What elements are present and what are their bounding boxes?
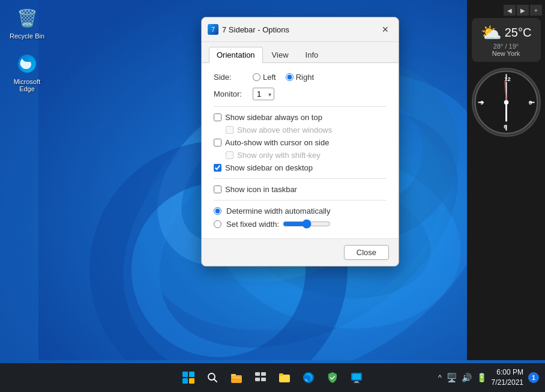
tab-info[interactable]: Info — [298, 47, 327, 62]
panel-arrows: ◀ ▶ + — [467, 5, 545, 16]
side-right-option[interactable]: Right — [286, 73, 314, 82]
tab-orientation[interactable]: Orientation — [209, 47, 263, 63]
taskbar-time-value: 6:00 PM — [492, 367, 523, 378]
security-button[interactable] — [322, 367, 343, 388]
show-above-row: Show above other windows — [226, 125, 387, 134]
fixed-width-radio[interactable] — [214, 220, 221, 228]
weather-top: ⛅ 25°C — [481, 23, 532, 43]
dialog-close-button[interactable]: ✕ — [378, 22, 393, 37]
divider-2 — [214, 178, 387, 179]
svg-line-21 — [214, 379, 217, 382]
show-icon-label: Show icon in taskbar — [225, 185, 297, 194]
side-radio-group: Left Right — [253, 73, 314, 82]
edge-label: Microsoft Edge — [6, 78, 48, 92]
taskbar: ^ 🖥️ 🔊 🔋 6:00 PM 7/21/2021 1 — [0, 363, 545, 392]
divider-3 — [214, 200, 387, 201]
battery-icon[interactable]: 🔋 — [477, 373, 487, 382]
taskbar-right: ^ 🖥️ 🔊 🔋 6:00 PM 7/21/2021 1 — [438, 367, 539, 388]
folder-button[interactable] — [274, 367, 295, 388]
svg-rect-24 — [232, 377, 241, 378]
weather-widget: ⛅ 25°C 28° / 19° New York — [472, 18, 541, 62]
auto-show-checkbox[interactable] — [214, 139, 221, 146]
edge-taskbar-icon — [302, 371, 315, 384]
always-on-top-row[interactable]: Show sidebar always on top — [214, 113, 387, 122]
side-right-radio[interactable] — [286, 73, 294, 81]
show-icon-checkbox[interactable] — [214, 185, 221, 193]
dialog-titlebar: 7 7 Sidebar - Options ✕ — [202, 17, 399, 42]
always-on-top-checkbox[interactable] — [214, 113, 221, 121]
auto-show-row[interactable]: Auto-show with cursor on side — [214, 138, 387, 147]
side-right-label: Right — [296, 73, 314, 82]
weather-icon: ⛅ — [481, 23, 502, 43]
edge-image — [15, 52, 39, 76]
fixed-width-option[interactable]: Set fixed width: — [214, 220, 279, 229]
file-explorer-button[interactable] — [226, 367, 247, 388]
auto-width-label: Determine width automatically — [226, 207, 330, 216]
clock-widget: 12 3 6 9 — [472, 68, 541, 137]
side-left-radio[interactable] — [253, 73, 260, 81]
network-icon[interactable]: 🖥️ — [447, 373, 457, 382]
auto-width-radio[interactable] — [214, 207, 221, 215]
side-left-label: Left — [263, 73, 276, 82]
svg-rect-25 — [255, 372, 260, 376]
show-above-label: Show above other windows — [237, 125, 332, 134]
options-dialog: 7 7 Sidebar - Options ✕ Orientation View… — [201, 17, 399, 267]
svg-point-19 — [504, 100, 508, 105]
dialog-body: Side: Left Right Monitor: — [202, 63, 399, 238]
start-button[interactable] — [178, 367, 199, 388]
task-view-icon — [254, 371, 267, 384]
always-on-top-label: Show sidebar always on top — [225, 113, 322, 122]
show-icon-row[interactable]: Show icon in taskbar — [214, 185, 387, 194]
show-desktop-checkbox[interactable] — [214, 164, 221, 172]
svg-rect-28 — [261, 378, 266, 381]
windows-logo — [182, 372, 194, 384]
svg-rect-23 — [231, 374, 236, 376]
desktop: 🗑️ Recycle Bin — [0, 0, 545, 392]
dialog-footer: Close — [202, 238, 399, 266]
side-row: Side: Left Right — [214, 73, 387, 82]
dialog-title-left: 7 7 Sidebar - Options — [208, 24, 289, 35]
width-section: Determine width automatically Set fixed … — [214, 207, 387, 229]
volume-icon[interactable]: 🔊 — [462, 373, 472, 382]
svg-rect-30 — [279, 373, 283, 376]
close-button[interactable]: Close — [344, 245, 389, 260]
svg-rect-34 — [355, 381, 358, 382]
svg-rect-27 — [255, 378, 260, 381]
shift-key-label: Show only with shift-key — [237, 151, 321, 160]
edge-taskbar-button[interactable] — [298, 367, 319, 388]
task-view-button[interactable] — [250, 367, 271, 388]
side-left-option[interactable]: Left — [253, 73, 276, 82]
arrow-left-btn[interactable]: ◀ — [504, 5, 516, 16]
notification-badge[interactable]: 1 — [528, 372, 539, 383]
fixed-width-label: Set fixed width: — [226, 220, 279, 229]
recycle-bin-icon[interactable]: 🗑️ Recycle Bin — [6, 6, 48, 40]
svg-rect-35 — [354, 382, 360, 383]
fixed-width-row: Set fixed width: — [214, 219, 387, 229]
recycle-bin-image: 🗑️ — [15, 6, 39, 30]
microsoft-edge-icon[interactable]: Microsoft Edge — [6, 52, 48, 92]
checkbox-section: Show sidebar always on top Show above ot… — [214, 113, 387, 172]
remote-desktop-icon — [350, 371, 363, 384]
svg-text:3: 3 — [528, 99, 531, 106]
folder-icon — [278, 371, 291, 384]
shift-key-row: Show only with shift-key — [226, 151, 387, 160]
auto-show-label: Auto-show with cursor on side — [225, 138, 329, 147]
arrow-right-btn[interactable]: ▶ — [517, 5, 529, 16]
remote-desktop-button[interactable] — [346, 367, 367, 388]
clock-display[interactable]: 6:00 PM 7/21/2021 — [492, 367, 523, 388]
monitor-label: Monitor: — [214, 89, 253, 98]
search-taskbar-icon — [206, 372, 218, 384]
right-panel: ◀ ▶ + ⛅ 25°C 28° / 19° New York — [467, 0, 545, 360]
auto-width-row[interactable]: Determine width automatically — [214, 207, 387, 216]
show-desktop-label: Show sidebar on desktop — [225, 163, 313, 172]
monitor-select[interactable]: 1 2 — [253, 88, 274, 100]
arrow-add-btn[interactable]: + — [530, 5, 542, 16]
tab-view[interactable]: View — [264, 47, 297, 62]
monitor-row: Monitor: 1 2 — [214, 88, 387, 100]
show-desktop-row[interactable]: Show sidebar on desktop — [214, 163, 387, 172]
width-slider[interactable] — [283, 219, 331, 229]
show-hidden-btn[interactable]: ^ — [438, 373, 442, 382]
search-taskbar-button[interactable] — [202, 367, 223, 388]
shield-icon — [326, 371, 339, 384]
monitor-dropdown-wrapper: 1 2 — [253, 88, 274, 100]
